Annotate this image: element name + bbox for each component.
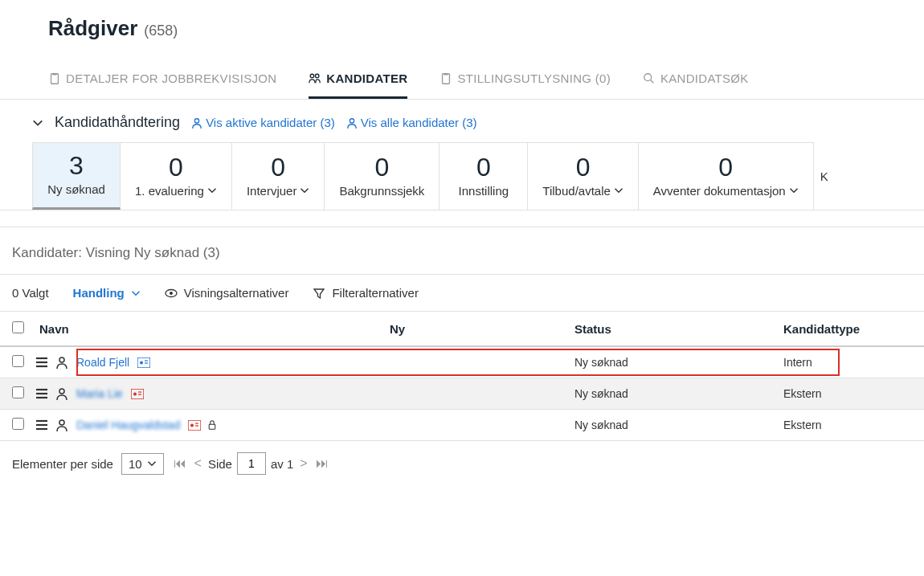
row-checkbox[interactable] — [12, 418, 24, 430]
cell-type: Ekstern — [783, 387, 912, 400]
svg-point-22 — [190, 423, 194, 427]
id-badge-icon — [188, 420, 201, 431]
person-icon — [55, 356, 68, 369]
candidate-link[interactable]: Maria Lie — [76, 387, 123, 400]
svg-point-14 — [140, 361, 143, 364]
row-menu-icon[interactable] — [35, 419, 49, 431]
row-checkbox[interactable] — [12, 355, 24, 367]
svg-rect-21 — [188, 420, 201, 431]
cell-type: Intern — [783, 356, 912, 369]
table-row: Daniel Haugvaldstad Ny søknad Ekstern — [0, 410, 924, 441]
svg-rect-13 — [137, 357, 150, 368]
lock-icon — [207, 419, 217, 431]
cell-type: Ekstern — [783, 419, 912, 431]
cell-status: Ny søknad — [574, 387, 783, 400]
svg-rect-17 — [131, 389, 144, 399]
row-menu-icon[interactable] — [35, 387, 49, 400]
id-badge-icon — [137, 357, 150, 368]
table-row: Roald Fjell Ny søknad Intern — [0, 347, 924, 378]
row-menu-icon[interactable] — [35, 356, 49, 369]
id-badge-icon — [131, 389, 144, 399]
svg-point-18 — [133, 392, 137, 395]
cell-status: Ny søknad — [574, 356, 783, 369]
person-icon — [55, 419, 68, 431]
table-row: Maria Lie Ny søknad Ekstern — [0, 378, 924, 410]
person-icon — [55, 387, 68, 400]
cell-status: Ny søknad — [574, 419, 783, 431]
candidate-link[interactable]: Daniel Haugvaldstad — [76, 419, 180, 431]
candidate-link[interactable]: Roald Fjell — [76, 356, 129, 369]
row-checkbox[interactable] — [12, 386, 24, 398]
